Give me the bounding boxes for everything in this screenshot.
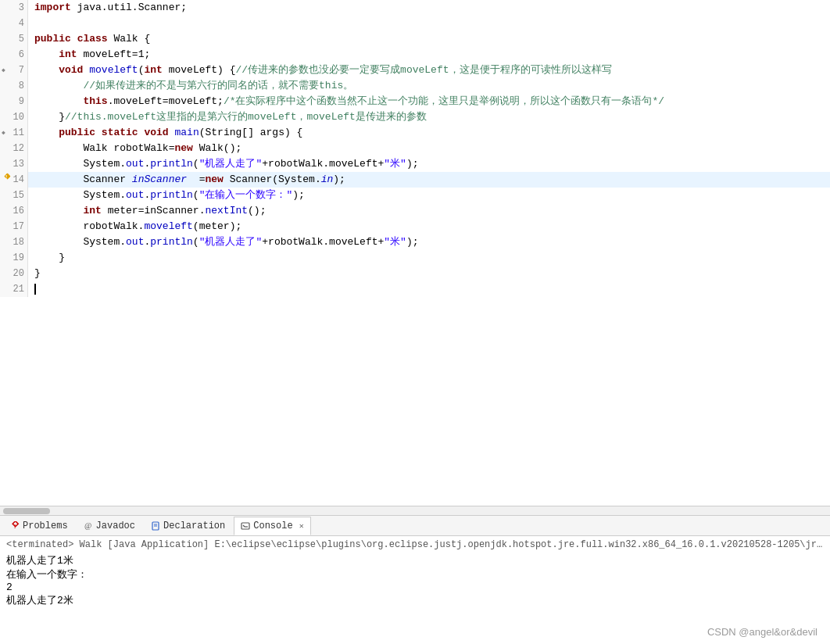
code-line: ◆11 public static void main(String[] arg… [0, 125, 830, 141]
console-terminated-line: <terminated> Walk [Java Application] E:\… [6, 539, 824, 550]
console-output-line: 在输入一个数字： [6, 567, 824, 581]
code-line: 16 int meter=inScanner.nextInt(); [0, 203, 830, 219]
line-number: 6 [19, 47, 24, 63]
line-content: import java.util.Scanner; [28, 0, 830, 16]
code-line: 21 [0, 281, 830, 297]
svg-line-8 [243, 525, 245, 527]
code-line: 19 } [0, 250, 830, 266]
bottom-panel-wrapper: !Problems@JavadocDeclarationConsole✕ <te… [0, 515, 830, 644]
console-tab-label: Console [253, 521, 292, 531]
declaration-tab-icon [151, 521, 160, 531]
code-container: 3import java.util.Scanner;45public class… [0, 0, 830, 506]
line-number-gutter: 21 [0, 281, 28, 297]
console-content: <terminated> Walk [Java Application] E:\… [0, 536, 830, 644]
line-content: int meter=inScanner.nextInt(); [28, 203, 830, 219]
line-number-gutter: 13 [0, 156, 28, 172]
code-editor: 3import java.util.Scanner;45public class… [0, 0, 830, 515]
code-line: 3import java.util.Scanner; [0, 0, 830, 16]
line-content: //如果传进来的不是与第六行的同名的话，就不需要this。 [28, 78, 830, 94]
line-number: 17 [13, 219, 24, 234]
line-number-gutter: ◆11 [0, 125, 28, 141]
code-line: 8 //如果传进来的不是与第六行的同名的话，就不需要this。 [0, 78, 830, 94]
warning-badge-icon: ! [2, 173, 11, 182]
scrollbar-thumb[interactable] [3, 508, 50, 514]
code-line: 15 System.out.println("在输入一个数字："); [0, 188, 830, 203]
problems-tab-label: Problems [23, 521, 68, 531]
line-number-gutter: 9 [0, 94, 28, 109]
line-number: 19 [13, 250, 24, 266]
tabs-bar: !Problems@JavadocDeclarationConsole✕ [0, 516, 830, 536]
code-line: 12 Walk robotWalk=new Walk(); [0, 141, 830, 156]
line-content: System.out.println("在输入一个数字："); [28, 188, 830, 203]
line-number: 21 [13, 281, 24, 297]
line-number-gutter: 12 [0, 141, 28, 156]
code-line: 18 System.out.println("机器人走了"+robotWalk.… [0, 234, 830, 250]
line-number: 5 [19, 31, 24, 47]
line-content: robotWalk.moveleft(meter); [28, 219, 830, 234]
code-line: 4 [0, 16, 830, 31]
line-number: 8 [19, 78, 24, 94]
code-line: 17 robotWalk.moveleft(meter); [0, 219, 830, 234]
code-line: 9 this.moveLeft=moveLeft;/*在实际程序中这个函数当然不… [0, 94, 830, 109]
line-number-gutter: 20 [0, 266, 28, 281]
console-blue-text: 2 [6, 581, 13, 593]
fold-icon: ◆ [2, 125, 5, 141]
console-output-line: 机器人走了2米 [6, 593, 824, 607]
line-number: 7 [19, 63, 24, 78]
code-line: 10 }//this.moveLeft这里指的是第六行的moveLeft，mov… [0, 109, 830, 125]
svg-rect-7 [241, 523, 249, 529]
javadoc-tab-icon: @ [84, 521, 93, 531]
line-content: } [28, 266, 830, 281]
line-number-gutter: 16 [0, 203, 28, 219]
line-content: System.out.println("机器人走了"+robotWalk.mov… [28, 234, 830, 250]
line-number: 4 [19, 16, 24, 31]
line-number: 11 [13, 125, 24, 141]
console-tab-icon [241, 521, 250, 531]
svg-text:!: ! [5, 174, 8, 181]
line-number-gutter: 17 [0, 219, 28, 234]
console-output: 机器人走了1米在输入一个数字：2机器人走了2米 [6, 553, 824, 607]
line-number-gutter: 18 [0, 234, 28, 250]
line-content: int moveLeft=1; [28, 47, 830, 63]
tab-declaration[interactable]: Declaration [144, 517, 232, 535]
code-line: 13 System.out.println("机器人走了"+robotWalk.… [0, 156, 830, 172]
line-number: 12 [13, 141, 24, 156]
code-lines: 3import java.util.Scanner;45public class… [0, 0, 830, 506]
tab-console[interactable]: Console✕ [234, 517, 310, 535]
line-content: } [28, 250, 830, 266]
line-content: }//this.moveLeft这里指的是第六行的moveLeft，moveLe… [28, 109, 830, 125]
line-number: 14 [13, 172, 24, 188]
line-content: Walk robotWalk=new Walk(); [28, 141, 830, 156]
line-number-gutter: 4 [0, 16, 28, 31]
line-number: 15 [13, 188, 24, 203]
tab-close-icon[interactable]: ✕ [299, 521, 304, 531]
bottom-panel: !Problems@JavadocDeclarationConsole✕ <te… [0, 515, 830, 644]
line-number-gutter: 3 [0, 0, 28, 16]
line-content: this.moveLeft=moveLeft;/*在实际程序中这个函数当然不止这… [28, 94, 830, 109]
code-line: 20} [0, 266, 830, 281]
console-output-line: 2 [6, 581, 824, 593]
line-number: 18 [13, 234, 24, 250]
tab-problems[interactable]: !Problems [3, 517, 75, 535]
code-line: 5public class Walk { [0, 31, 830, 47]
line-number: 20 [13, 266, 24, 281]
line-number: 3 [19, 0, 24, 16]
line-number-gutter: 8 [0, 78, 28, 94]
line-number: 16 [13, 203, 24, 219]
line-content: void moveleft(int moveLeft) {//传进来的参数也没必… [28, 63, 830, 78]
line-number: 9 [19, 94, 24, 109]
line-number-gutter: 6 [0, 47, 28, 63]
line-number-gutter: ◆7 [0, 63, 28, 78]
line-content: System.out.println("机器人走了"+robotWalk.mov… [28, 156, 830, 172]
tab-javadoc[interactable]: @Javadoc [77, 517, 142, 535]
fold-icon: ◆ [2, 63, 5, 78]
line-number-gutter: 10 [0, 109, 28, 125]
line-number-gutter: 15 [0, 188, 28, 203]
line-content: public static void main(String[] args) { [28, 125, 830, 141]
horizontal-scrollbar[interactable] [0, 506, 830, 515]
javadoc-tab-label: Javadoc [96, 521, 135, 531]
line-number: 13 [13, 156, 24, 172]
code-line: ◆7 void moveleft(int moveLeft) {//传进来的参数… [0, 63, 830, 78]
console-output-line: 机器人走了1米 [6, 553, 824, 567]
declaration-tab-label: Declaration [163, 521, 225, 531]
